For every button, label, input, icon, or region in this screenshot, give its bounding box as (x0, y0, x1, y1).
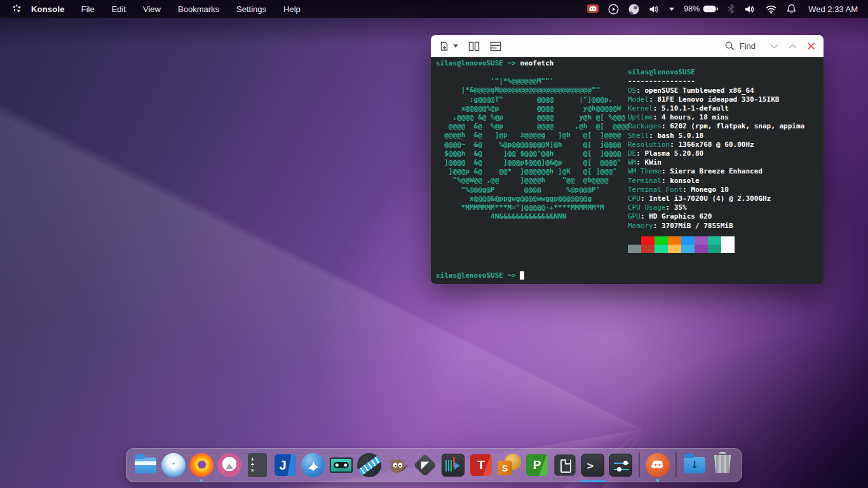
dock-item-notes[interactable] (552, 452, 578, 478)
dock-separator (675, 452, 677, 478)
battery-percent: 98% (684, 4, 700, 13)
menu-help[interactable]: Help (283, 4, 301, 14)
neofetch-info-line: Terminal: konsole (628, 177, 804, 186)
neofetch-info-line: Packages: 6202 (rpm, flatpak, snap, appi… (628, 122, 804, 131)
dock-item-video-editor[interactable] (356, 452, 382, 478)
terminal-area[interactable]: silas@lenovoSUSE ~> neofetch '"|*%@@@@@@… (431, 57, 824, 284)
bluetooth-icon[interactable] (728, 4, 735, 14)
neofetch-info-line: Kernel: 5.10.1-1-default (628, 104, 804, 113)
neofetch-info-lines: OS: openSUSE Tumbleweed x86_64Model: 81F… (628, 86, 804, 231)
menu-view[interactable]: View (143, 4, 161, 14)
folder-icon (135, 458, 156, 473)
gimp-icon (386, 454, 409, 477)
palette-swatch (681, 236, 695, 245)
dock-item-cassette[interactable] (329, 452, 354, 478)
dock-item-konsole[interactable]: > (580, 452, 606, 478)
dock-item-trash[interactable] (710, 452, 735, 478)
neofetch-info-line: Uptime: 4 hours, 18 mins (628, 113, 804, 122)
shell-prompt: silas@lenovoSUSE ~> (436, 271, 824, 280)
close-icon[interactable] (806, 41, 816, 51)
split-view-top-bottom-button[interactable] (490, 41, 501, 51)
dock-item-textmaker[interactable]: T (468, 452, 494, 478)
notes-icon (554, 454, 576, 476)
discord-tray-icon[interactable] (587, 4, 599, 13)
global-menubar: Konsole FileEditViewBookmarksSettingsHel… (0, 0, 868, 18)
dock-item-discord[interactable] (645, 452, 670, 478)
command-line: silas@lenovoSUSE ~> neofetch (436, 59, 824, 68)
palette-row (628, 245, 804, 253)
neofetch-info-line: CPU Usage: 35% (628, 203, 804, 212)
find-label[interactable]: Find (740, 41, 756, 51)
dock-separator (639, 452, 640, 478)
volume-icon[interactable] (649, 4, 660, 14)
dock-item-calculator[interactable]: + −÷ × (245, 452, 270, 478)
dock-item-falkon[interactable] (301, 452, 326, 478)
palette-swatch (628, 245, 641, 253)
system-tray: 98% Wed 2:33 AM (587, 4, 868, 15)
dock-item-krita[interactable] (412, 452, 438, 478)
menu-file[interactable]: File (81, 4, 95, 14)
volume-icon-2[interactable] (744, 4, 756, 14)
dock-item-discover[interactable] (161, 452, 186, 478)
palette-swatch (721, 236, 735, 245)
video-editor-icon (357, 453, 381, 477)
battery-icon (703, 5, 718, 13)
neofetch-info: silas@lenovoSUSE ---------------- OS: op… (628, 68, 804, 253)
palette-swatch (708, 245, 721, 253)
menu-settings[interactable]: Settings (236, 4, 266, 14)
audio-editor-icon (442, 454, 465, 477)
calculator-icon: + −÷ × (248, 453, 267, 477)
downloads-folder-icon: ↓ (684, 457, 705, 473)
find-prev-chevron-up[interactable] (788, 43, 797, 50)
j-office-icon: J (275, 454, 296, 476)
palette-swatch (695, 245, 708, 253)
find-next-chevron-down[interactable] (770, 43, 779, 50)
menu-bookmarks[interactable]: Bookmarks (178, 4, 219, 14)
dock-item-settings-sliders[interactable] (608, 452, 634, 478)
palette-swatch (654, 245, 668, 253)
notifications-bell-icon[interactable] (787, 4, 796, 14)
cassette-icon (330, 458, 353, 473)
konsole-window: Find silas@lenovoSUSE ~> neofetch '"|*%@… (431, 35, 824, 284)
neofetch-info-line: Memory: 3707MiB / 7855MiB (628, 222, 804, 231)
palette-swatch (628, 236, 641, 245)
palette-row (628, 236, 804, 245)
neofetch-ascii-art: '"|*%@@@@@@M""' |*&@@@@gN@@@@@@@@@@@@@@@… (436, 68, 628, 221)
palette-swatch (668, 236, 681, 245)
neofetch-palette (628, 236, 804, 253)
neofetch-user-host: silas@lenovoSUSE (628, 68, 804, 77)
menu-edit[interactable]: Edit (112, 4, 126, 14)
palette-swatch (681, 245, 695, 253)
text-cursor (520, 271, 524, 280)
dock-item-audio-editor[interactable] (440, 452, 466, 478)
dock-item-presentations[interactable]: S (496, 452, 522, 478)
prompt-user: silas@lenovoSUSE (436, 271, 503, 280)
palette-swatch (641, 236, 654, 245)
media-play-icon[interactable] (608, 4, 619, 15)
search-icon[interactable] (724, 41, 735, 51)
prompt-symbol: ~> (508, 59, 516, 67)
dock-item-gwenview[interactable] (217, 452, 242, 478)
dock-item-office-j[interactable]: J (273, 452, 298, 478)
dock-item-planmaker[interactable]: P (524, 452, 550, 478)
steam-icon[interactable] (628, 4, 639, 15)
chevron-down-icon[interactable] (669, 8, 674, 11)
discord-icon (646, 453, 670, 477)
dock-item-file-manager[interactable] (133, 452, 158, 478)
running-indicator-dot (656, 479, 659, 482)
split-view-left-right-button[interactable] (468, 41, 480, 51)
palette-swatch (654, 236, 668, 245)
app-launcher-icon[interactable] (11, 4, 22, 15)
dock-item-gimp[interactable] (384, 452, 410, 478)
new-tab-dropdown-caret[interactable] (453, 44, 458, 48)
neofetch-info-line: Terminal Font: Monego 10 (628, 186, 804, 194)
neofetch-info-line: OS: openSUSE Tumbleweed x86_64 (628, 86, 804, 95)
clock[interactable]: Wed 2:33 AM (808, 4, 858, 14)
trash-icon (714, 454, 731, 477)
wifi-icon[interactable] (765, 4, 777, 14)
dock-item-downloads[interactable]: ↓ (682, 452, 707, 478)
battery-indicator[interactable]: 98% (684, 4, 718, 13)
new-tab-button[interactable] (438, 41, 458, 52)
dock-item-firefox[interactable] (189, 452, 214, 478)
neofetch-output: '"|*%@@@@@@M""' |*&@@@@gN@@@@@@@@@@@@@@@… (436, 68, 824, 253)
